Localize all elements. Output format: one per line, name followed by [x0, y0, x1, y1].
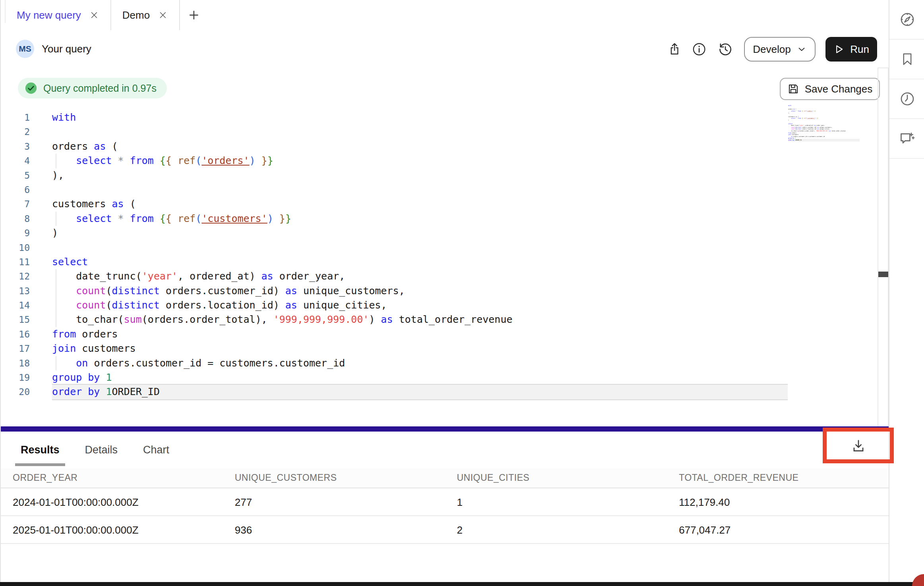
- line-number: 8: [0, 212, 30, 226]
- line-number: 3: [0, 139, 30, 154]
- code-line[interactable]: 3orders as (: [0, 139, 878, 154]
- code-text: select: [52, 255, 88, 269]
- code-line[interactable]: 4 select * from {{ ref('orders') }}: [0, 154, 878, 168]
- code-line[interactable]: 18 on orders.customer_id = customers.cus…: [0, 356, 878, 370]
- avatar: MS: [16, 40, 34, 58]
- column-header[interactable]: UNIQUE_CITIES: [457, 472, 530, 483]
- code-line[interactable]: 8 select * from {{ ref('customers') }}: [0, 212, 878, 226]
- code-line[interactable]: 6: [0, 183, 878, 197]
- info-button[interactable]: [691, 41, 707, 57]
- line-number: 12: [0, 269, 30, 283]
- code-text: with: [52, 110, 76, 125]
- check-circle-icon: [24, 81, 38, 95]
- close-icon[interactable]: [159, 11, 167, 19]
- code-text: from orders: [52, 327, 118, 341]
- sql-editor[interactable]: 1with23orders as (4 select * from {{ ref…: [0, 67, 878, 426]
- code-text: join customers: [52, 341, 136, 356]
- compass-icon: [899, 11, 916, 28]
- chat-sparkle-icon: [899, 130, 916, 147]
- tabbar-left-edge: [0, 0, 6, 23]
- window-left-edge: [0, 0, 1, 586]
- line-number: 7: [0, 197, 30, 211]
- table-row[interactable]: 2024-01-01T00:00:00.000Z2771112,179.40: [0, 488, 889, 516]
- sidebar-item-explore[interactable]: [889, 0, 924, 40]
- sidebar-item-assistant[interactable]: [889, 119, 924, 159]
- column-header[interactable]: ORDER_YEAR: [13, 472, 77, 483]
- code-line[interactable]: 1with: [0, 110, 878, 125]
- results-tab-chart[interactable]: Chart: [143, 432, 169, 468]
- code-text: ),: [52, 168, 64, 183]
- table-row[interactable]: 2025-01-01T00:00:00.000Z9362677,047.27: [0, 516, 889, 544]
- code-line[interactable]: 14 count(distinct orders.location_id) as…: [0, 298, 878, 312]
- bookmark-icon: [899, 51, 915, 67]
- line-number: 2: [0, 125, 30, 139]
- save-icon: [787, 83, 799, 95]
- code-line[interactable]: 16from orders: [0, 327, 878, 341]
- develop-button[interactable]: Develop: [744, 37, 816, 62]
- results-tab-details[interactable]: Details: [85, 432, 118, 468]
- line-number: 18: [0, 356, 30, 370]
- line-number: 1: [0, 110, 30, 125]
- code-line[interactable]: 9): [0, 226, 878, 240]
- code-line[interactable]: 19group by 1: [0, 370, 878, 385]
- results-table-header: ORDER_YEARUNIQUE_CUSTOMERSUNIQUE_CITIEST…: [0, 468, 889, 488]
- editor-tab[interactable]: My new query: [6, 0, 111, 30]
- status-message: Query completed in 0.97s: [43, 83, 157, 94]
- code-text: customers as (: [52, 197, 136, 211]
- status-badge: Query completed in 0.97s: [18, 78, 167, 98]
- code-text: on orders.customer_id = customers.custom…: [52, 356, 345, 370]
- code-line[interactable]: 20order by 1ORDER_ID: [0, 385, 878, 399]
- column-header[interactable]: TOTAL_ORDER_REVENUE: [679, 472, 798, 483]
- sidebar-item-history[interactable]: [889, 79, 924, 119]
- code-line[interactable]: 2: [0, 125, 878, 139]
- minimap[interactable]: withorders as ( select * from {{ ref('or…: [788, 105, 860, 148]
- code-line[interactable]: order by 1ORDER_ID: [788, 139, 860, 141]
- run-button[interactable]: Run: [825, 37, 877, 62]
- share-button[interactable]: [667, 41, 682, 57]
- results-table: ORDER_YEARUNIQUE_CUSTOMERSUNIQUE_CITIEST…: [0, 468, 889, 544]
- line-number: 6: [0, 183, 30, 197]
- play-icon: [833, 44, 845, 55]
- code-line[interactable]: 12 date_trunc('year', ordered_at) as ord…: [0, 269, 878, 283]
- clock-icon: [899, 91, 916, 107]
- new-tab-button[interactable]: [180, 0, 208, 30]
- tab-bar: My new queryDemo: [0, 0, 889, 31]
- code-line[interactable]: 13 count(distinct orders.customer_id) as…: [0, 284, 878, 298]
- line-number: 11: [0, 255, 30, 269]
- chevron-down-icon: [796, 44, 807, 54]
- save-changes-button[interactable]: Save Changes: [780, 78, 880, 100]
- table-cell: 112,179.40: [679, 496, 730, 509]
- table-cell: 677,047.27: [679, 524, 731, 536]
- info-icon: [692, 42, 707, 57]
- code-line[interactable]: 15 to_char(sum(orders.order_total), '999…: [0, 312, 878, 327]
- table-cell: 936: [235, 524, 252, 536]
- close-icon[interactable]: [90, 11, 99, 19]
- table-cell: 1: [457, 496, 462, 509]
- column-header[interactable]: UNIQUE_CUSTOMERS: [235, 472, 337, 483]
- code-line[interactable]: 5),: [0, 168, 878, 183]
- window-bottom-edge: [0, 582, 924, 586]
- history-icon: [718, 42, 733, 57]
- editor-tab[interactable]: Demo: [111, 0, 180, 30]
- code-text: count(distinct orders.location_id) as un…: [52, 298, 387, 312]
- results-tab-results[interactable]: Results: [21, 432, 60, 468]
- scrollbar-track[interactable]: [878, 67, 889, 426]
- code-text: orders as (: [52, 139, 118, 154]
- code-line[interactable]: 7customers as (: [0, 197, 878, 211]
- code-text: count(distinct orders.customer_id) as un…: [52, 284, 405, 298]
- table-cell: 2024-01-01T00:00:00.000Z: [13, 496, 139, 509]
- scrollbar-thumb[interactable]: [878, 272, 888, 277]
- develop-label: Develop: [753, 43, 791, 56]
- history-button[interactable]: [717, 41, 733, 57]
- tab-label: Demo: [122, 9, 150, 21]
- panel-splitter[interactable]: [0, 426, 889, 432]
- code-line[interactable]: 10: [0, 241, 878, 255]
- code-line[interactable]: 11select: [0, 255, 878, 269]
- table-cell: 277: [235, 496, 252, 509]
- line-number: 14: [0, 298, 30, 312]
- code-line[interactable]: 17join customers: [0, 341, 878, 356]
- code-text: to_char(sum(orders.order_total), '999,99…: [52, 312, 512, 327]
- results-tab-bar: ResultsDetailsChart: [0, 432, 889, 468]
- sidebar-item-bookmarks[interactable]: [889, 40, 924, 79]
- annotation-highlight: [823, 428, 894, 463]
